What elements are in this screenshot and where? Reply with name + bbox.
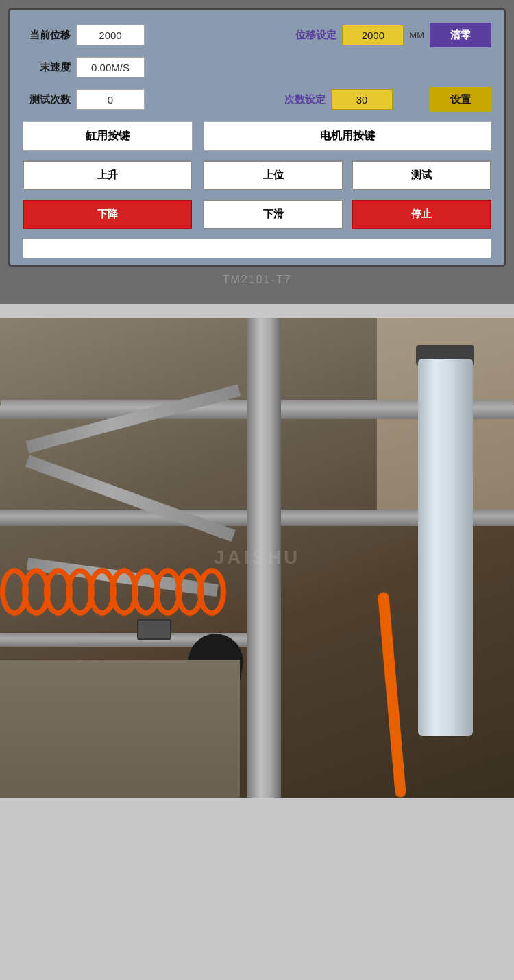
setting-button[interactable]: 设置 <box>430 87 491 112</box>
coil-loops <box>0 551 404 633</box>
cylinder-section-button[interactable]: 缸用按键 <box>23 121 193 151</box>
hydraulic-cylinder <box>418 359 473 736</box>
section-buttons-row: 缸用按键 电机用按键 <box>23 121 491 151</box>
brace-1 <box>25 455 236 542</box>
section-gap <box>0 304 514 318</box>
status-bar <box>23 239 491 258</box>
clear-button[interactable]: 清零 <box>430 23 491 47</box>
end-speed-value: 0.00M/S <box>76 57 145 77</box>
coil-spring <box>0 551 404 633</box>
up-button[interactable]: 上升 <box>23 160 192 190</box>
upper-pos-button[interactable]: 上位 <box>203 160 343 190</box>
current-position-label: 当前位移 <box>23 29 71 42</box>
photo-background: JAISHU <box>0 318 514 798</box>
motor-actions: 上位 测试 下滑 停止 <box>203 160 491 229</box>
action-buttons-row: 上升 下降 上位 测试 下滑 停止 <box>23 160 491 229</box>
current-position-value: 2000 <box>76 25 145 45</box>
motor-top-row: 上位 测试 <box>203 160 491 190</box>
model-label: TM2101-T7 <box>8 267 506 296</box>
position-unit: MM <box>409 30 424 40</box>
count-setting-label: 次数设定 <box>278 93 326 106</box>
count-setting-input[interactable]: 30 <box>331 89 393 110</box>
down-button[interactable]: 下降 <box>23 200 192 229</box>
control-panel-section: 当前位移 2000 位移设定 2000 MM 清零 末速度 0.00M/S 测试… <box>0 0 514 304</box>
motor-bottom-row: 下滑 停止 <box>203 200 491 229</box>
test-count-value: 0 <box>76 89 145 110</box>
position-setting-input[interactable]: 2000 <box>342 25 404 45</box>
speed-row: 末速度 0.00M/S <box>23 57 491 77</box>
test-button[interactable]: 测试 <box>352 160 491 190</box>
photo-section: JAISHU <box>0 318 514 798</box>
end-speed-label: 末速度 <box>23 61 71 74</box>
motor-section-button[interactable]: 电机用按键 <box>204 121 491 151</box>
test-count-label: 测试次数 <box>23 93 71 106</box>
position-setting-label: 位移设定 <box>289 29 336 42</box>
slide-down-button[interactable]: 下滑 <box>203 200 343 229</box>
coil-loop-10 <box>197 568 226 616</box>
cylinder-actions: 上升 下降 <box>23 160 192 229</box>
panel-outer: 当前位移 2000 位移设定 2000 MM 清零 末速度 0.00M/S 测试… <box>8 8 506 267</box>
ground-surface <box>0 660 240 798</box>
stop-button[interactable]: 停止 <box>352 200 491 229</box>
connector-box <box>137 619 171 640</box>
position-row: 当前位移 2000 位移设定 2000 MM 清零 <box>23 23 491 47</box>
count-row: 测试次数 0 次数设定 30 设置 <box>23 87 491 112</box>
